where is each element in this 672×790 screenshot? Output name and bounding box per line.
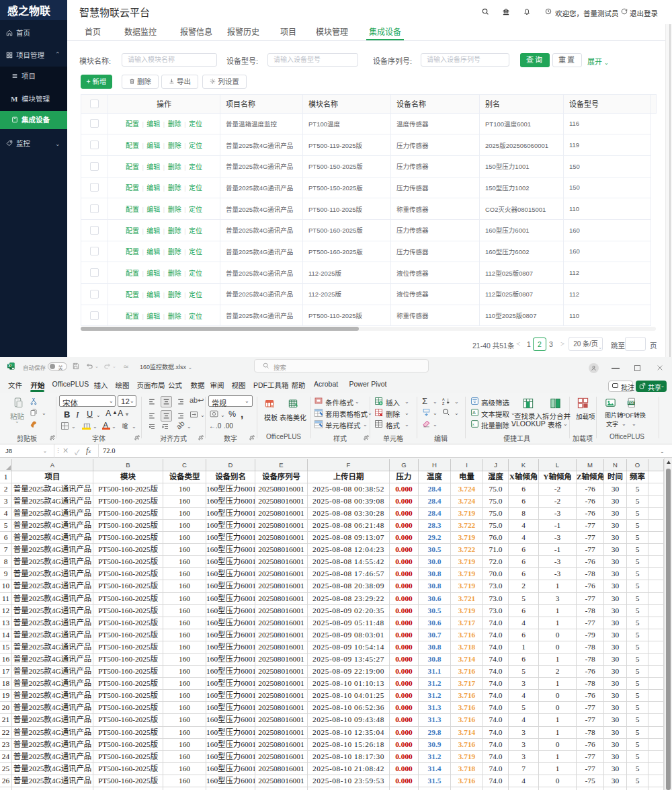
svg-text:A: A: [442, 397, 445, 401]
svg-text:x: x: [472, 422, 474, 426]
svg-text:嗆: 嗆: [122, 422, 128, 430]
svg-text:Z: Z: [442, 401, 445, 405]
svg-text:A: A: [472, 410, 476, 415]
svg-text:X: X: [8, 364, 11, 368]
svg-text:PDF: PDF: [628, 401, 634, 405]
